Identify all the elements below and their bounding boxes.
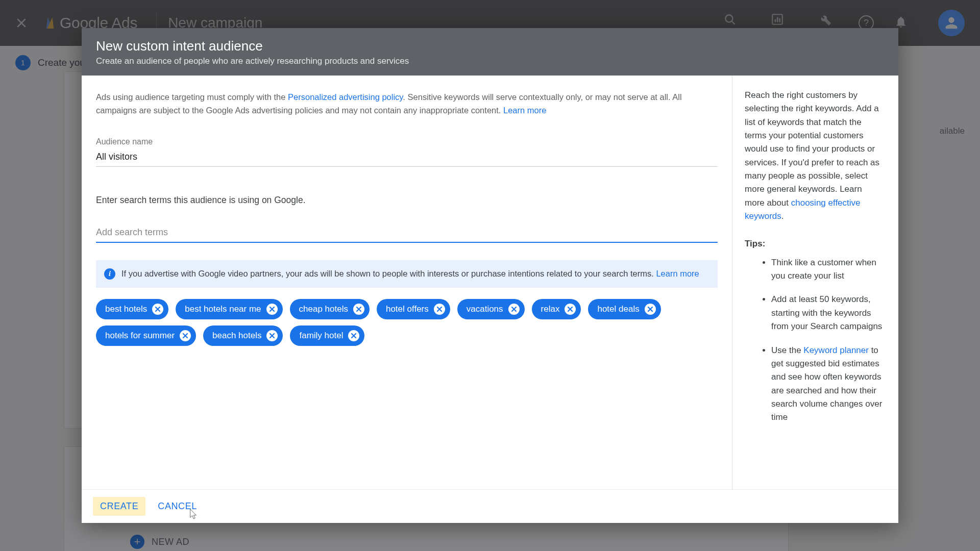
remove-chip-icon[interactable] (266, 330, 278, 341)
tips-label: Tips: (745, 237, 884, 251)
chip-label: vacations (467, 304, 503, 314)
keyword-chip[interactable]: best hotels (96, 299, 168, 319)
help-intro-text: Reach the right customers by selecting t… (745, 90, 879, 208)
chip-label: family hotel (299, 331, 343, 341)
chip-label: cheap hotels (299, 304, 348, 314)
chip-label: best hotels near me (185, 304, 261, 314)
audience-name-label: Audience name (96, 137, 718, 146)
cancel-button[interactable]: CANCEL (151, 497, 204, 516)
modal-title: New custom intent audience (96, 38, 884, 54)
modal-footer: CREATE CANCEL (82, 489, 898, 523)
modal-help-panel: Reach the right customers by selecting t… (732, 76, 898, 489)
policy-pre: Ads using audience targeting must comply… (96, 92, 288, 102)
modal-main-area: Ads using audience targeting must comply… (82, 76, 732, 489)
keyword-chip[interactable]: beach hotels (203, 325, 283, 346)
modal-header: New custom intent audience Create an aud… (82, 28, 898, 76)
search-terms-input[interactable] (96, 224, 718, 243)
keyword-chip[interactable]: hotels for summer (96, 325, 196, 346)
modal-subtitle: Create an audience of people who are act… (96, 56, 884, 66)
chip-label: beach hotels (212, 331, 261, 341)
keyword-chip[interactable]: family hotel (290, 325, 364, 346)
keyword-chip[interactable]: hotel deals (588, 299, 660, 319)
tips-list: Think like a customer when you create yo… (745, 256, 884, 424)
remove-chip-icon[interactable] (645, 304, 656, 315)
keyword-chip[interactable]: relax (532, 299, 581, 319)
remove-chip-icon[interactable] (152, 304, 163, 315)
audience-name-input[interactable] (96, 149, 718, 167)
keyword-chip[interactable]: best hotels near me (176, 299, 282, 319)
chip-label: best hotels (105, 304, 147, 314)
create-button[interactable]: CREATE (93, 497, 145, 516)
chip-label: hotel deals (597, 304, 639, 314)
help-intro: Reach the right customers by selecting t… (745, 89, 884, 223)
tip-item: Think like a customer when you create yo… (771, 256, 884, 283)
search-term-chips: best hotelsbest hotels near mecheap hote… (96, 299, 718, 346)
search-terms-instruction: Enter search terms this audience is usin… (96, 195, 718, 206)
info-banner: i If you advertise with Google video par… (96, 260, 718, 288)
tip-item: Add at least 50 keywords, starting with … (771, 293, 884, 333)
keyword-chip[interactable]: vacations (457, 299, 525, 319)
remove-chip-icon[interactable] (348, 330, 359, 341)
learn-more-link[interactable]: Learn more (503, 106, 546, 115)
policy-link[interactable]: Personalized advertising policy (288, 92, 403, 102)
info-icon: i (104, 268, 115, 280)
tip-item: Use the Keyword planner to get suggested… (771, 344, 884, 424)
policy-text: Ads using audience targeting must comply… (96, 91, 718, 117)
remove-chip-icon[interactable] (180, 330, 191, 341)
remove-chip-icon[interactable] (508, 304, 520, 315)
remove-chip-icon[interactable] (565, 304, 576, 315)
remove-chip-icon[interactable] (266, 304, 278, 315)
chip-label: hotels for summer (105, 331, 175, 341)
remove-chip-icon[interactable] (353, 304, 364, 315)
remove-chip-icon[interactable] (434, 304, 445, 315)
info-learn-more-link[interactable]: Learn more (656, 269, 699, 278)
chip-label: relax (541, 304, 560, 314)
chip-label: hotel offers (386, 304, 429, 314)
keyword-chip[interactable]: cheap hotels (290, 299, 370, 319)
custom-intent-audience-modal: New custom intent audience Create an aud… (82, 28, 898, 523)
keyword-chip[interactable]: hotel offers (377, 299, 450, 319)
keyword-planner-link[interactable]: Keyword planner (803, 345, 869, 355)
info-banner-text: If you advertise with Google video partn… (121, 269, 656, 278)
